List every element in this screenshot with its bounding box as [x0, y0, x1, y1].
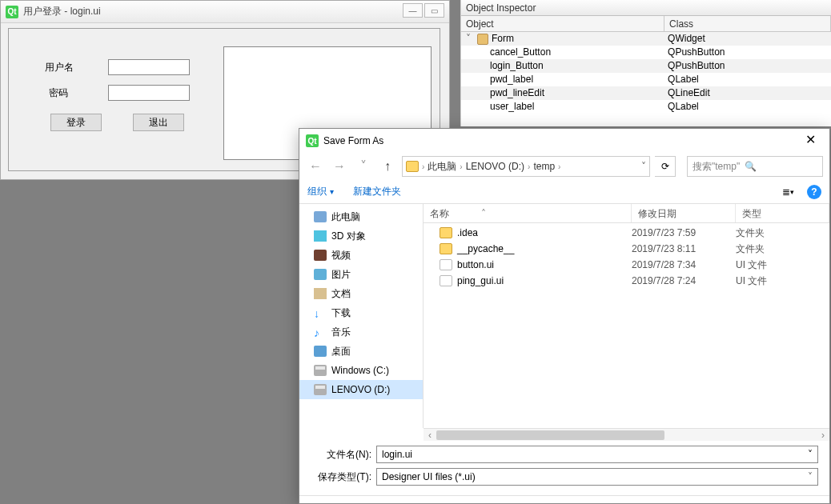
object-name: pwd_label — [490, 73, 533, 86]
save-dialog: Qt Save Form As ✕ ← → ˅ ↑ › 此电脑 › LENOVO… — [299, 128, 830, 504]
help-button[interactable]: ? — [807, 185, 821, 199]
scroll-right-icon: › — [817, 430, 829, 441]
file-type: UI 文件 — [736, 258, 829, 272]
tree-item[interactable]: 桌面 — [299, 342, 423, 361]
scroll-left-icon: ‹ — [424, 430, 436, 441]
user-lineedit[interactable] — [108, 59, 190, 75]
breadcrumb-seg[interactable]: 此电脑 — [428, 160, 456, 174]
nav-forward-icon[interactable]: → — [330, 157, 349, 176]
object-name: user_label — [490, 100, 534, 114]
pwd-label[interactable]: 密码 — [49, 86, 68, 100]
chevron-right-icon[interactable]: › — [528, 162, 530, 171]
object-inspector-panel: Object Inspector Object Class ˅FormQWidg… — [460, 0, 831, 126]
qt-icon: Qt — [306, 134, 319, 147]
chevron-down-icon: ˅ — [808, 449, 813, 460]
object-class: QLabel — [664, 73, 831, 86]
tree-item[interactable]: ↓下载 — [299, 303, 423, 322]
pwd-lineedit[interactable] — [108, 85, 190, 101]
file-row[interactable]: .idea2019/7/23 7:59文件夹 — [424, 223, 829, 239]
col-date[interactable]: 修改日期 — [632, 204, 736, 222]
inspector-row[interactable]: cancel_ButtonQPushButton — [461, 46, 831, 59]
new-folder-button[interactable]: 新建文件夹 — [353, 185, 401, 198]
search-placeholder: 搜索"temp" — [692, 160, 740, 174]
inspector-row[interactable]: pwd_labelQLabel — [461, 73, 831, 86]
inspector-row[interactable]: ˅FormQWidget — [461, 32, 831, 46]
chevron-down-icon: ˅ — [808, 471, 813, 482]
maximize-button[interactable]: ▭ — [424, 3, 444, 18]
minimize-button[interactable]: — — [403, 3, 423, 18]
file-icon — [440, 275, 452, 286]
folder-type-icon — [314, 384, 327, 395]
user-label[interactable]: 用户名 — [45, 61, 74, 74]
folder-type-icon — [314, 211, 327, 222]
exit-button[interactable]: 退出 — [133, 114, 184, 131]
col-name[interactable]: 名称 — [430, 204, 449, 223]
file-name: __pycache__ — [457, 243, 514, 254]
file-list[interactable]: 名称˄ 修改日期 类型 .idea2019/7/23 7:59文件夹__pyca… — [424, 204, 829, 428]
dialog-titlebar[interactable]: Qt Save Form As ✕ — [299, 129, 829, 153]
tree-item[interactable]: 视频 — [299, 246, 423, 265]
folder-type-icon — [314, 250, 327, 261]
filetype-select[interactable]: Designer UI files (*.ui)˅ — [376, 468, 818, 486]
object-class: QLabel — [664, 100, 831, 114]
file-row[interactable]: button.ui2019/7/28 7:34UI 文件 — [424, 255, 829, 271]
search-input[interactable]: 搜索"temp" 🔍 — [687, 156, 823, 177]
chevron-right-icon[interactable]: › — [558, 162, 560, 171]
nav-up-icon[interactable]: ↑ — [378, 157, 397, 176]
organize-menu[interactable]: 组织▾ — [307, 185, 334, 198]
tree-item[interactable]: LENOVO (D:) — [299, 380, 423, 399]
breadcrumb-bar[interactable]: › 此电脑 › LENOVO (D:) › temp › ˅ — [402, 156, 650, 177]
login-button[interactable]: 登录 — [50, 114, 102, 131]
file-list-header[interactable]: 名称˄ 修改日期 类型 — [424, 204, 829, 223]
inspector-col-class[interactable]: Class — [664, 16, 831, 31]
inspector-row[interactable]: login_ButtonQPushButton — [461, 59, 831, 73]
folder-type-icon — [314, 346, 327, 357]
folder-icon — [440, 227, 452, 238]
folder-type-icon — [314, 288, 327, 299]
object-name: cancel_Button — [490, 46, 551, 59]
tree-item[interactable]: 文档 — [299, 284, 423, 303]
search-icon: 🔍 — [745, 161, 757, 172]
file-type: 文件夹 — [736, 242, 829, 256]
login-window-title: 用户登录 - login.ui — [23, 5, 101, 18]
object-name: login_Button — [490, 59, 544, 73]
dialog-nav: ← → ˅ ↑ › 此电脑 › LENOVO (D:) › temp › ˅ ⟳… — [299, 153, 829, 180]
inspector-row[interactable]: user_labelQLabel — [461, 100, 831, 114]
file-row[interactable]: __pycache__2019/7/23 8:11文件夹 — [424, 239, 829, 255]
refresh-button[interactable]: ⟳ — [655, 156, 676, 177]
tree-item[interactable]: 图片 — [299, 265, 423, 284]
chevron-right-icon[interactable]: › — [460, 162, 462, 171]
object-class: QWidget — [664, 32, 831, 46]
qt-icon: Qt — [6, 6, 18, 18]
close-button[interactable]: ✕ — [794, 130, 826, 150]
chevron-right-icon[interactable]: › — [422, 162, 424, 171]
inspector-header[interactable]: Object Class — [461, 16, 831, 32]
nav-dropdown-icon[interactable]: ˅ — [354, 157, 373, 176]
folder-tree[interactable]: 此电脑3D 对象视频图片文档↓下载♪音乐桌面Windows (C:)LENOVO… — [299, 204, 424, 428]
login-window-titlebar[interactable]: Qt 用户登录 - login.ui — ▭ — [1, 1, 449, 23]
inspector-row[interactable]: pwd_lineEditQLineEdit — [461, 86, 831, 100]
nav-back-icon[interactable]: ← — [306, 157, 325, 176]
object-class: QPushButton — [664, 59, 831, 73]
chevron-down-icon[interactable]: ˅ — [641, 161, 646, 172]
sort-indicator-icon: ˄ — [481, 204, 486, 223]
chevron-down-icon: ▾ — [330, 187, 334, 196]
tree-item[interactable]: 3D 对象 — [299, 226, 423, 246]
file-name: .idea — [457, 227, 478, 238]
filename-input[interactable]: login.ui˅ — [376, 446, 818, 463]
dialog-toolbar: 组织▾ 新建文件夹 ≣ ▾ ? — [299, 180, 829, 204]
breadcrumb-seg[interactable]: LENOVO (D:) — [466, 161, 524, 172]
horizontal-scrollbar[interactable]: ‹› — [424, 428, 829, 441]
inspector-title: Object Inspector — [461, 0, 831, 16]
view-mode-button[interactable]: ≣ ▾ — [777, 183, 799, 201]
tree-item[interactable]: ♪音乐 — [299, 322, 423, 342]
tree-item[interactable]: Windows (C:) — [299, 361, 423, 380]
folder-type-icon: ♪ — [314, 326, 327, 338]
tree-item[interactable]: 此电脑 — [299, 207, 423, 226]
breadcrumb-seg[interactable]: temp — [533, 161, 555, 172]
object-class: QPushButton — [664, 46, 831, 59]
col-type[interactable]: 类型 — [736, 204, 829, 222]
file-row[interactable]: ping_gui.ui2019/7/28 7:24UI 文件 — [424, 271, 829, 287]
inspector-col-object[interactable]: Object — [461, 16, 664, 31]
file-date: 2019/7/28 7:34 — [632, 259, 736, 270]
